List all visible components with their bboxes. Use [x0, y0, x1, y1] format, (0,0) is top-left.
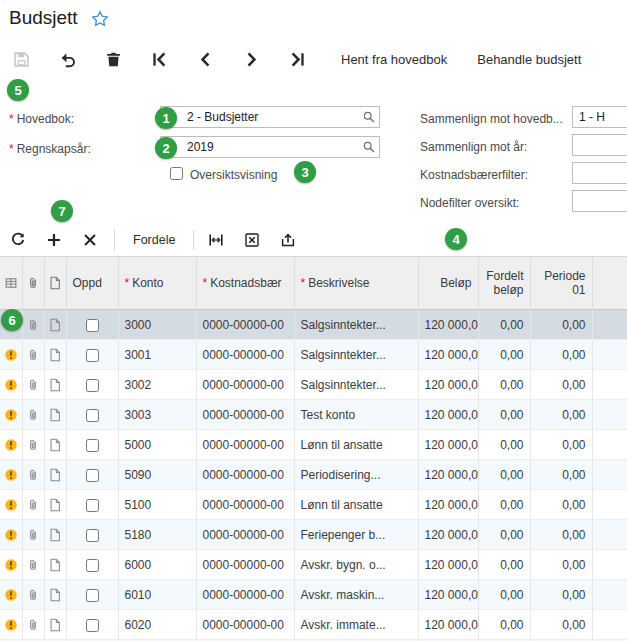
export-excel-button[interactable] — [238, 227, 266, 253]
cell-attachment[interactable] — [22, 430, 44, 460]
cell-note[interactable] — [44, 370, 66, 400]
search-icon[interactable] — [362, 110, 376, 124]
cell-note[interactable] — [44, 490, 66, 520]
cell-konto[interactable]: 6020 — [118, 610, 196, 640]
cell-kostnadsbaerer[interactable]: 0000-00000-00 — [196, 460, 294, 490]
save-button[interactable] — [5, 44, 37, 74]
oppd-checkbox[interactable] — [86, 469, 99, 482]
hent-fra-hovedbok-button[interactable]: Hent fra hovedbok — [341, 52, 447, 67]
table-row[interactable]: 5090 0000-00000-00 Periodisering... 120 … — [0, 460, 627, 490]
cell-fordelt[interactable]: 0,00 — [478, 430, 530, 460]
cell-fordelt[interactable]: 0,00 — [478, 340, 530, 370]
cell-konto[interactable]: 6010 — [118, 580, 196, 610]
cell-konto[interactable]: 3002 — [118, 370, 196, 400]
cell-attachment[interactable] — [22, 340, 44, 370]
oppd-checkbox[interactable] — [86, 619, 99, 632]
cell-belop[interactable]: 120 000,00 — [418, 580, 478, 610]
cell-beskrivelse[interactable]: Periodisering... — [294, 460, 418, 490]
oppd-checkbox[interactable] — [86, 529, 99, 542]
cell-belop[interactable]: 120 000,00 — [418, 490, 478, 520]
cell-kostnadsbaerer[interactable]: 0000-00000-00 — [196, 370, 294, 400]
cell-kostnadsbaerer[interactable]: 0000-00000-00 — [196, 340, 294, 370]
sammenlign-ar-input[interactable] — [572, 134, 627, 156]
table-row[interactable]: 6000 0000-00000-00 Avskr. bygn. o... 120… — [0, 550, 627, 580]
cell-note[interactable] — [44, 400, 66, 430]
previous-record-button[interactable] — [189, 44, 221, 74]
cell-kostnadsbaerer[interactable]: 0000-00000-00 — [196, 490, 294, 520]
col-header-attachment[interactable] — [22, 257, 44, 310]
cell-note[interactable] — [44, 430, 66, 460]
cell-note[interactable] — [44, 580, 66, 610]
load-records-button[interactable] — [274, 227, 302, 253]
cell-fordelt[interactable]: 0,00 — [478, 520, 530, 550]
cell-note[interactable] — [44, 550, 66, 580]
oppd-checkbox[interactable] — [86, 349, 99, 362]
cell-fordelt[interactable]: 0,00 — [478, 460, 530, 490]
table-row[interactable]: 5100 0000-00000-00 Lønn til ansatte 120 … — [0, 490, 627, 520]
table-row[interactable]: 5180 0000-00000-00 Feriepenger b... 120 … — [0, 520, 627, 550]
col-header-konto[interactable]: *Konto — [118, 257, 196, 310]
cell-belop[interactable]: 120 000,00 — [418, 340, 478, 370]
cell-periode[interactable]: 0,00 — [530, 310, 592, 340]
behandle-budsjett-button[interactable]: Behandle budsjett — [477, 52, 581, 67]
table-row[interactable]: 3000 0000-00000-00 Salgsinntekter... 120… — [0, 310, 627, 340]
cell-konto[interactable]: 3001 — [118, 340, 196, 370]
cell-attachment[interactable] — [22, 610, 44, 640]
cell-note[interactable] — [44, 340, 66, 370]
cell-kostnadsbaerer[interactable]: 0000-00000-00 — [196, 430, 294, 460]
col-header-beskrivelse[interactable]: *Beskrivelse — [294, 257, 418, 310]
cell-attachment[interactable] — [22, 520, 44, 550]
cell-kostnadsbaerer[interactable]: 0000-00000-00 — [196, 580, 294, 610]
cell-beskrivelse[interactable]: Salgsinntekter... — [294, 340, 418, 370]
cell-beskrivelse[interactable]: Salgsinntekter... — [294, 370, 418, 400]
cell-fordelt[interactable]: 0,00 — [478, 400, 530, 430]
cell-konto[interactable]: 6000 — [118, 550, 196, 580]
table-row[interactable]: 3001 0000-00000-00 Salgsinntekter... 120… — [0, 340, 627, 370]
col-header-kostnadsbaerer[interactable]: *Kostnadsbær — [196, 257, 294, 310]
cell-fordelt[interactable]: 0,00 — [478, 310, 530, 340]
cell-note[interactable] — [44, 310, 66, 340]
add-row-button[interactable] — [40, 227, 68, 253]
cell-kostnadsbaerer[interactable]: 0000-00000-00 — [196, 550, 294, 580]
cell-beskrivelse[interactable]: Lønn til ansatte — [294, 490, 418, 520]
cell-periode[interactable]: 0,00 — [530, 430, 592, 460]
oppd-checkbox[interactable] — [86, 379, 99, 392]
cell-note[interactable] — [44, 610, 66, 640]
cell-belop[interactable]: 120 000,00 — [418, 370, 478, 400]
cell-konto[interactable]: 5180 — [118, 520, 196, 550]
cell-konto[interactable]: 3003 — [118, 400, 196, 430]
refresh-button[interactable] — [4, 227, 32, 253]
col-header-row-settings[interactable] — [0, 257, 22, 310]
table-row[interactable]: 3002 0000-00000-00 Salgsinntekter... 120… — [0, 370, 627, 400]
cell-konto[interactable]: 5100 — [118, 490, 196, 520]
cell-belop[interactable]: 120 000,00 — [418, 430, 478, 460]
delete-button[interactable] — [97, 44, 129, 74]
nodefilter-input[interactable] — [572, 190, 627, 212]
cell-periode[interactable]: 0,00 — [530, 400, 592, 430]
last-record-button[interactable] — [281, 44, 313, 74]
cell-belop[interactable]: 120 000,00 — [418, 400, 478, 430]
cell-beskrivelse[interactable]: Avskr. bygn. o... — [294, 550, 418, 580]
cell-periode[interactable]: 0,00 — [530, 340, 592, 370]
kostnadsbarerfilter-input[interactable] — [572, 162, 627, 184]
cell-note[interactable] — [44, 520, 66, 550]
cell-periode[interactable]: 0,00 — [530, 370, 592, 400]
cell-konto[interactable]: 5000 — [118, 430, 196, 460]
oppd-checkbox[interactable] — [86, 439, 99, 452]
cell-beskrivelse[interactable]: Avskr. maskin... — [294, 580, 418, 610]
cell-belop[interactable]: 120 000,00 — [418, 310, 478, 340]
cell-belop[interactable]: 120 000,00 — [418, 610, 478, 640]
oppd-checkbox[interactable] — [86, 319, 99, 332]
regnskapsar-input[interactable] — [160, 136, 380, 158]
cell-konto[interactable]: 3000 — [118, 310, 196, 340]
cell-konto[interactable]: 5090 — [118, 460, 196, 490]
oppd-checkbox[interactable] — [86, 499, 99, 512]
oppd-checkbox[interactable] — [86, 589, 99, 602]
search-icon[interactable] — [362, 140, 376, 154]
oppd-checkbox[interactable] — [86, 409, 99, 422]
cell-belop[interactable]: 120 000,00 — [418, 460, 478, 490]
cell-belop[interactable]: 120 000,00 — [418, 550, 478, 580]
cell-attachment[interactable] — [22, 370, 44, 400]
cell-periode[interactable]: 0,00 — [530, 610, 592, 640]
table-row[interactable]: 6010 0000-00000-00 Avskr. maskin... 120 … — [0, 580, 627, 610]
